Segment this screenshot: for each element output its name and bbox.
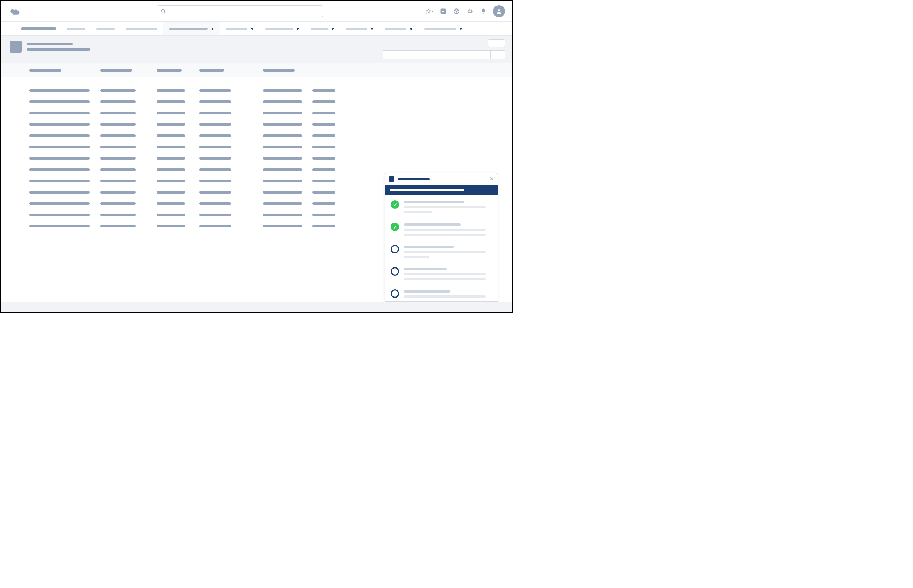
nav-tab[interactable]: ▼ bbox=[379, 22, 419, 36]
global-header: ▾ bbox=[1, 1, 512, 22]
list-action-button[interactable] bbox=[383, 50, 425, 60]
nav-tab[interactable]: ▼ bbox=[419, 22, 469, 36]
nav-tab[interactable]: ▼ bbox=[341, 22, 380, 36]
guidance-step[interactable] bbox=[391, 223, 492, 236]
table-header-row bbox=[1, 63, 512, 78]
search-input[interactable] bbox=[169, 8, 319, 14]
guidance-step[interactable] bbox=[391, 200, 492, 213]
table-row[interactable] bbox=[29, 84, 512, 96]
svg-point-6 bbox=[498, 9, 500, 11]
table-row[interactable] bbox=[29, 130, 512, 141]
app-name bbox=[21, 22, 60, 36]
nav-tab[interactable]: ▼ bbox=[61, 22, 90, 36]
nav-tab[interactable]: ▼ bbox=[163, 22, 220, 36]
nav-tab[interactable]: ▼ bbox=[120, 22, 163, 36]
global-search[interactable] bbox=[157, 5, 323, 17]
list-view-name[interactable] bbox=[27, 48, 90, 51]
svg-point-0 bbox=[162, 9, 165, 12]
table-row[interactable] bbox=[29, 141, 512, 152]
app-launcher-icon[interactable] bbox=[1, 22, 21, 36]
circle-outline-icon bbox=[391, 289, 399, 298]
list-action-button[interactable] bbox=[469, 50, 491, 60]
step-text bbox=[404, 267, 492, 280]
docked-guidance-panel: ✕ bbox=[385, 173, 498, 302]
favorites-icon[interactable]: ▾ bbox=[426, 7, 433, 15]
column-header[interactable] bbox=[199, 69, 224, 72]
guidance-step[interactable] bbox=[391, 267, 492, 280]
check-circle-icon bbox=[391, 200, 399, 209]
step-text bbox=[404, 245, 492, 258]
check-circle-icon bbox=[391, 223, 399, 231]
notifications-bell-icon[interactable] bbox=[480, 7, 487, 15]
panel-banner bbox=[385, 185, 498, 195]
user-avatar[interactable] bbox=[493, 5, 505, 17]
panel-icon bbox=[389, 176, 394, 182]
circle-outline-icon bbox=[391, 245, 399, 253]
column-header[interactable] bbox=[100, 69, 132, 72]
nav-tab[interactable]: ▼ bbox=[90, 22, 120, 36]
list-view-controls bbox=[383, 50, 505, 60]
list-action-button[interactable] bbox=[425, 50, 447, 60]
list-action-button[interactable] bbox=[491, 50, 505, 60]
column-header[interactable] bbox=[29, 69, 61, 72]
step-text bbox=[404, 223, 492, 236]
svg-line-1 bbox=[164, 12, 165, 13]
setup-gear-icon[interactable] bbox=[466, 7, 474, 15]
add-icon[interactable] bbox=[439, 7, 447, 15]
help-icon[interactable] bbox=[452, 7, 461, 15]
panel-banner-text bbox=[390, 189, 464, 191]
nav-tab[interactable]: ▼ bbox=[260, 22, 305, 36]
guidance-step[interactable] bbox=[391, 289, 492, 298]
panel-header[interactable]: ✕ bbox=[385, 173, 498, 185]
object-icon bbox=[10, 41, 22, 53]
step-text bbox=[404, 200, 492, 213]
table-row[interactable] bbox=[29, 118, 512, 130]
guidance-step[interactable] bbox=[391, 245, 492, 258]
close-icon[interactable]: ✕ bbox=[490, 176, 494, 182]
list-action-button[interactable] bbox=[447, 50, 469, 60]
header-utility-icons: ▾ bbox=[426, 5, 505, 17]
column-header[interactable] bbox=[157, 69, 181, 72]
circle-outline-icon bbox=[391, 267, 399, 276]
step-text bbox=[404, 289, 492, 298]
column-header[interactable] bbox=[263, 69, 295, 72]
table-row[interactable] bbox=[29, 107, 512, 118]
header-action-small[interactable] bbox=[488, 39, 505, 47]
svg-marker-2 bbox=[426, 9, 431, 13]
app-nav-bar: ▼▼▼▼▼▼▼▼▼▼ bbox=[1, 22, 512, 36]
search-icon bbox=[161, 8, 166, 14]
salesforce-cloud-logo bbox=[8, 6, 22, 16]
nav-tab[interactable]: ▼ bbox=[305, 22, 341, 36]
panel-title bbox=[398, 178, 430, 181]
object-label bbox=[27, 43, 73, 45]
table-row[interactable] bbox=[29, 152, 512, 164]
utility-bar bbox=[1, 302, 512, 312]
nav-tab[interactable]: ▼ bbox=[220, 22, 260, 36]
table-row[interactable] bbox=[29, 96, 512, 107]
list-view-header bbox=[1, 36, 512, 63]
